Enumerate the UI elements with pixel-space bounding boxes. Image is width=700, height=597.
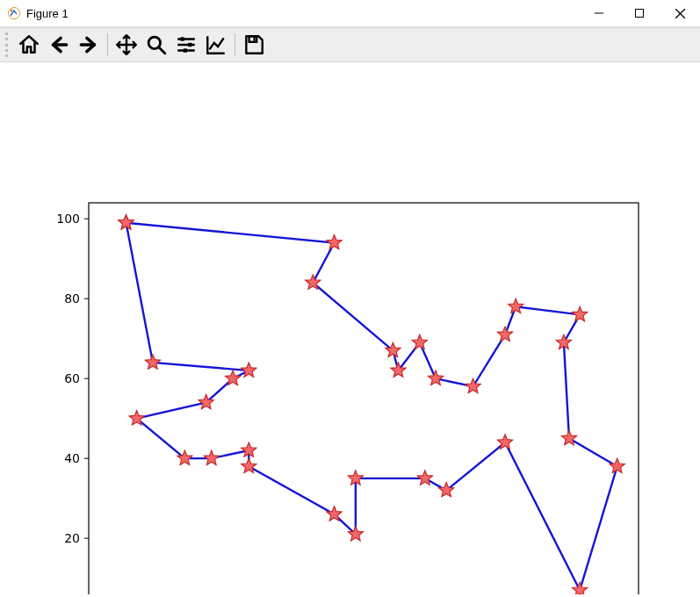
series-marker <box>417 471 432 485</box>
toolbar-separator <box>107 33 108 56</box>
home-button[interactable] <box>14 30 44 60</box>
y-tick-label: 60 <box>64 371 80 385</box>
zoom-button[interactable] <box>141 30 171 60</box>
back-button[interactable] <box>44 30 74 60</box>
series-marker <box>498 327 513 341</box>
svg-rect-7 <box>249 36 257 42</box>
home-icon <box>18 33 40 56</box>
svg-rect-2 <box>636 10 644 18</box>
y-tick-label: 40 <box>64 451 80 465</box>
save-icon <box>242 33 265 56</box>
edit-axes-button[interactable] <box>201 30 231 60</box>
toolbar-separator <box>235 33 235 56</box>
chart-svg: 02040608020406080100 <box>0 62 700 594</box>
move-icon <box>115 33 138 56</box>
toolbar-grip <box>5 32 11 57</box>
svg-point-1 <box>11 10 12 11</box>
series-marker <box>509 298 523 313</box>
titlebar: Figure 1 <box>0 0 700 27</box>
maximize-button[interactable] <box>619 0 660 26</box>
figure-canvas[interactable]: 02040608020406080100 <box>0 62 700 597</box>
series-marker <box>439 483 454 497</box>
series-marker <box>573 582 588 594</box>
minimize-button[interactable] <box>579 0 619 26</box>
arrow-right-icon <box>77 33 100 56</box>
series-marker <box>204 450 219 464</box>
svg-point-0 <box>9 8 20 19</box>
mpl-toolbar <box>0 27 700 62</box>
svg-rect-6 <box>184 48 187 52</box>
axes-frame <box>89 203 639 594</box>
series-marker <box>428 370 443 385</box>
series-marker <box>573 306 588 320</box>
zoom-icon <box>145 33 168 56</box>
y-tick-label: 100 <box>56 212 80 226</box>
configure-subplots-button[interactable] <box>171 30 201 60</box>
save-button[interactable] <box>239 30 269 60</box>
series-marker <box>412 334 427 349</box>
window-title: Figure 1 <box>26 7 69 20</box>
series-marker <box>327 234 342 248</box>
series-marker <box>465 378 480 392</box>
figure-window: Figure 1 <box>0 0 700 597</box>
sliders-icon <box>175 33 198 56</box>
series-marker <box>145 355 160 369</box>
chart-line-icon <box>205 33 227 56</box>
svg-rect-4 <box>181 37 184 40</box>
app-icon <box>7 6 21 20</box>
series-marker <box>242 458 256 472</box>
svg-rect-5 <box>188 43 191 47</box>
series-marker <box>177 450 192 464</box>
y-tick-label: 20 <box>64 531 80 545</box>
forward-button[interactable] <box>74 30 104 60</box>
close-button[interactable] <box>660 0 700 26</box>
arrow-left-icon <box>47 33 70 56</box>
svg-rect-8 <box>253 37 255 40</box>
series-line <box>126 223 617 591</box>
series-marker <box>242 363 256 377</box>
pan-button[interactable] <box>112 30 141 60</box>
series-marker <box>610 458 624 472</box>
y-tick-label: 80 <box>64 291 80 306</box>
